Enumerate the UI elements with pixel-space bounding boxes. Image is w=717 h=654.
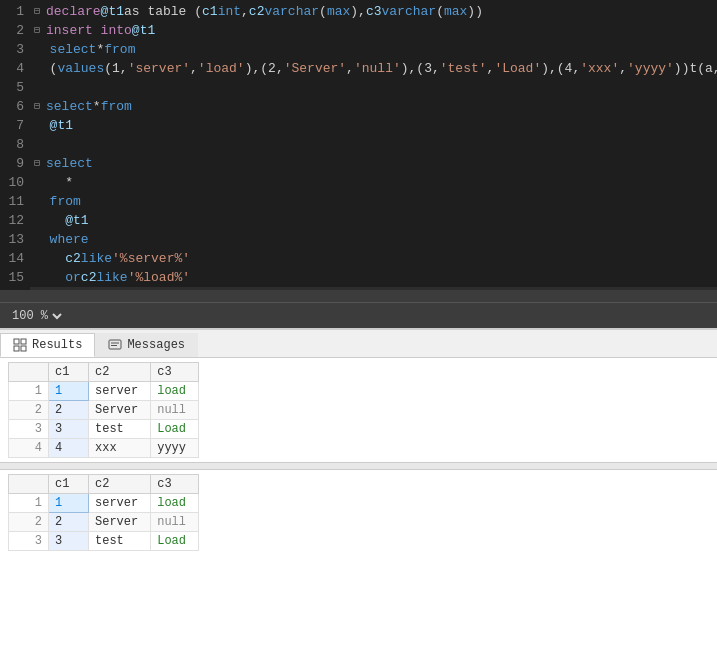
collapse-icon-2: ⊟	[34, 21, 44, 40]
code-line-12: @t1	[30, 211, 717, 230]
table-row: 1 1 server load	[9, 382, 199, 401]
col-header-c2-2: c2	[89, 475, 151, 494]
tab-messages[interactable]: Messages	[95, 333, 198, 357]
col-header-c2-1: c2	[89, 363, 151, 382]
svg-rect-0	[14, 339, 19, 344]
result-table-2: c1 c2 c3 1 1 server load 2 2 S	[0, 470, 717, 551]
code-line-14: c2 like '%server%'	[30, 249, 717, 268]
code-editor[interactable]: 1234 5678 9101112 1314151617 ⊟declare @t…	[0, 0, 717, 290]
table-divider	[0, 462, 717, 470]
table-row: 3 3 test Load	[9, 532, 199, 551]
code-line-11: from	[30, 192, 717, 211]
tab-messages-label: Messages	[127, 338, 185, 352]
data-table-2: c1 c2 c3 1 1 server load 2 2 S	[8, 474, 199, 551]
result-table-1: c1 c2 c3 1 1 server load 2 2 S	[0, 358, 717, 458]
col-header-c1-1: c1	[49, 363, 89, 382]
zoom-select[interactable]: 100 % 75 % 125 % 150 %	[8, 308, 65, 324]
results-grid-icon	[13, 338, 27, 352]
table-row: 2 2 Server null	[9, 401, 199, 420]
code-line-4: (values(1,'server','load'),(2,'Server','…	[30, 59, 717, 78]
results-content: c1 c2 c3 1 1 server load 2 2 S	[0, 358, 717, 654]
col-header-rownum-2	[9, 475, 49, 494]
table-row: 3 3 test Load	[9, 420, 199, 439]
code-line-3: select * from	[30, 40, 717, 59]
svg-rect-3	[21, 346, 26, 351]
code-line-9: ⊟select	[30, 154, 717, 173]
code-line-7: @t1	[30, 116, 717, 135]
code-line-5	[30, 78, 717, 97]
tab-results[interactable]: Results	[0, 333, 95, 357]
collapse-icon-9: ⊟	[34, 154, 44, 173]
code-content[interactable]: ⊟declare @t1 as table (c1 int, c2 varcha…	[30, 0, 717, 290]
col-header-c3-1: c3	[151, 363, 199, 382]
code-line-2: ⊟insert into @t1	[30, 21, 717, 40]
results-tabs: Results Messages	[0, 330, 717, 358]
table-row: 2 2 Server null	[9, 513, 199, 532]
code-line-10: *	[30, 173, 717, 192]
table-row: 1 1 server load	[9, 494, 199, 513]
code-line-8	[30, 135, 717, 154]
table-row: 4 4 xxx yyyy	[9, 439, 199, 458]
code-line-6: ⊟select * from	[30, 97, 717, 116]
code-line-13: where	[30, 230, 717, 249]
messages-icon	[108, 338, 122, 352]
line-numbers: 1234 5678 9101112 1314151617	[0, 0, 30, 290]
col-header-rownum-1	[9, 363, 49, 382]
col-header-c3-2: c3	[151, 475, 199, 494]
code-line-1: ⊟declare @t1 as table (c1 int, c2 varcha…	[30, 2, 717, 21]
tab-results-label: Results	[32, 338, 82, 352]
collapse-icon-6: ⊟	[34, 97, 44, 116]
data-table-1: c1 c2 c3 1 1 server load 2 2 S	[8, 362, 199, 458]
svg-rect-1	[21, 339, 26, 344]
col-header-c1-2: c1	[49, 475, 89, 494]
code-line-15: or c2 like '%load%'	[30, 268, 717, 287]
status-bar: 100 % 75 % 125 % 150 %	[0, 302, 717, 328]
horizontal-scrollbar[interactable]	[0, 290, 717, 302]
svg-rect-2	[14, 346, 19, 351]
collapse-icon-1: ⊟	[34, 2, 44, 21]
svg-rect-4	[109, 340, 121, 349]
results-panel: Results Messages c1 c2	[0, 328, 717, 654]
